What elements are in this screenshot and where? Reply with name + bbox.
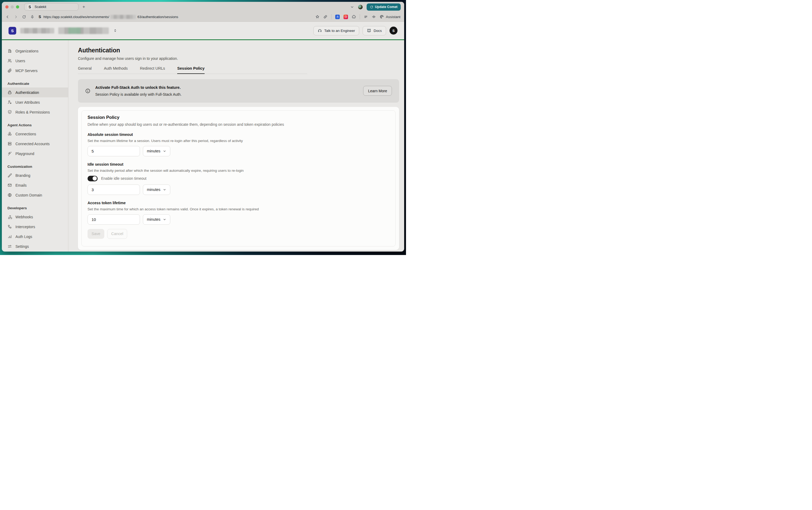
access-token-label: Access token lifetime [88,201,389,205]
forward-button[interactable] [14,15,18,19]
sidebar-item-mcp-servers[interactable]: MCP Servers [2,66,68,76]
update-comet-button[interactable]: Update Comet [367,3,401,11]
toolbar-divider [331,14,331,20]
idle-timeout-label: Idle session timeout [88,162,389,167]
sidebar-item-auth-logs[interactable]: Auth Logs [2,232,68,241]
sidebar-section-customization: Customization [2,162,68,171]
voice-waveform-icon[interactable] [372,14,376,19]
tab-favicon: S [27,4,32,9]
info-icon [85,88,90,94]
sidebar-item-emails[interactable]: Emails [2,180,68,190]
user-avatar[interactable]: S [389,27,398,35]
refresh-icon [370,5,373,9]
session-policy-card-inner: Session Policy Define when your app shou… [81,110,396,247]
idle-timeout-description: Set the inactivity period after which th… [88,169,389,173]
bookmark-star-icon[interactable] [315,14,320,19]
sidebar-section-agent-actions: Agent Actions [2,121,68,129]
sidebar-item-roles-permissions[interactable]: Roles & Permissions [2,107,68,117]
idle-timeout-toggle[interactable] [88,176,98,181]
address-bar[interactable]: S https://app.scalekit.cloud/ws/environm… [38,14,178,19]
banner-subtitle: Session Policy is available only with Fu… [95,92,181,96]
redacted-workspace-name [20,28,54,33]
site-favicon: S [38,14,41,19]
password-manager-extension-icon[interactable] [335,14,340,19]
minimize-window-button[interactable] [11,5,14,8]
talk-to-engineer-button[interactable]: Talk to an Engineer [313,26,359,35]
browser-tab-bar: S Scalekit + Update Comet [2,2,404,12]
assistant-button[interactable]: Assistant [380,14,400,19]
timer-extension-icon[interactable] [344,14,348,19]
idle-timeout-unit-select[interactable]: minutes [143,184,170,195]
access-token-input[interactable] [88,214,140,225]
url-suffix: 63/authentication/sessions [137,15,178,19]
sidebar-item-branding[interactable]: Branding [2,171,68,180]
docs-button[interactable]: Docs [362,26,386,35]
window-controls [5,5,19,8]
page-subtitle: Configure and manage how users sign in t… [78,56,399,61]
sidebar-item-playground[interactable]: Playground [2,149,68,158]
chevron-down-icon [163,218,166,221]
save-button[interactable]: Save [88,229,104,239]
toolbar-divider [360,14,360,20]
sidebar-item-interceptors[interactable]: Interceptors [2,222,68,232]
redacted-environment-name[interactable] [58,27,109,34]
tab-overview-chevron-icon[interactable] [350,5,354,9]
tab-title: Scalekit [35,5,46,9]
tab-general[interactable]: General [78,66,92,74]
sidebar-section-developers: Developers [2,204,68,212]
environment-switcher-icon[interactable] [113,29,117,32]
absolute-timeout-input[interactable] [88,146,140,156]
access-token-description: Set the maximum time for which an access… [88,207,389,211]
browser-tab[interactable]: S Scalekit [24,3,79,11]
reading-list-icon[interactable] [364,14,368,19]
chevron-down-icon [163,149,166,153]
sidebar-section-authenticate: Authenticate [2,80,68,88]
app-header: S Talk to an Engineer Docs S [2,22,404,39]
sidebar-item-users[interactable]: Users [2,56,68,66]
back-button[interactable] [6,15,9,19]
sidebar: Organizations Users MCP Servers Authenti… [2,40,68,251]
comet-assistant-icon [380,14,384,19]
sidebar-item-connections[interactable]: Connections [2,129,68,139]
absolute-timeout-unit-select[interactable]: minutes [143,146,170,156]
sidebar-item-custom-domain[interactable]: Custom Domain [2,190,68,200]
book-icon [367,28,371,33]
sidebar-item-settings[interactable]: Settings [2,241,68,251]
sidebar-item-user-attributes[interactable]: User Attributes [2,97,68,107]
desktop: S Scalekit + Update Comet S [0,0,406,255]
page-title: Authentication [78,47,399,54]
toggle-knob [93,176,97,181]
voice-search-icon[interactable] [30,15,34,19]
browser-profile-avatar[interactable] [358,5,362,9]
chevron-down-icon [163,188,166,191]
extensions-puzzle-icon[interactable] [352,14,356,19]
access-token-unit-select[interactable]: minutes [143,214,170,225]
new-tab-button[interactable]: + [83,4,85,9]
absolute-timeout-label: Absolute session timeout [88,132,389,137]
card-description: Define when your app should log users ou… [88,122,389,126]
card-title: Session Policy [88,115,389,120]
idle-timeout-input[interactable] [88,184,140,195]
copy-link-icon[interactable] [323,14,327,19]
sidebar-item-webhooks[interactable]: Webhooks [2,212,68,222]
browser-toolbar: S https://app.scalekit.cloud/ws/environm… [2,12,404,22]
sidebar-item-connected-accounts[interactable]: Connected Accounts [2,139,68,149]
reload-button[interactable] [22,15,26,19]
tab-redirect-urls[interactable]: Redirect URLs [140,66,165,74]
sidebar-item-organizations[interactable]: Organizations [2,46,68,56]
environment-badge [68,27,81,34]
url-prefix: https://app.scalekit.cloud/ws/environmen… [44,15,109,19]
zoom-window-button[interactable] [16,5,19,8]
headphones-icon [318,28,322,33]
cancel-button[interactable]: Cancel [107,229,127,239]
learn-more-button[interactable]: Learn More [363,86,392,96]
idle-timeout-toggle-label: Enable idle session timeout [101,176,146,181]
tab-auth-methods[interactable]: Auth Methods [104,66,128,74]
session-policy-card: Session Policy Define when your app shou… [78,107,399,250]
scalekit-logo: S [8,27,16,35]
sidebar-item-authentication[interactable]: Authentication [2,88,68,97]
browser-window: S Scalekit + Update Comet S [2,2,404,251]
tab-session-policy[interactable]: Session Policy [177,66,204,74]
close-window-button[interactable] [5,5,8,8]
tab-bar: General Auth Methods Redirect URLs Sessi… [78,66,307,74]
